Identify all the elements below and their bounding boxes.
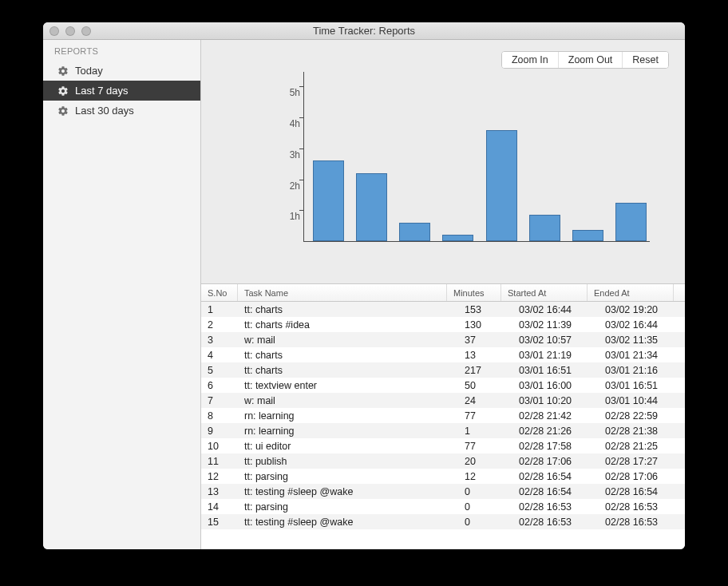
table-row[interactable]: 11tt: publish2002/28 17:0602/28 17:27 [201, 453, 685, 469]
chart-bar[interactable] [399, 223, 430, 241]
cell-start: 02/28 16:53 [512, 517, 599, 528]
table-row[interactable]: 12tt: parsing1202/28 16:5402/28 17:06 [201, 469, 685, 484]
cell-end: 02/28 22:59 [599, 410, 685, 422]
table-row[interactable]: 13tt: testing #sleep @wake002/28 16:5402… [201, 484, 685, 499]
y-tick [299, 86, 303, 87]
col-task[interactable]: Task Name [238, 284, 447, 301]
sidebar-item-label: Last 30 days [75, 105, 134, 117]
cell-minutes: 217 [458, 365, 512, 376]
table-row[interactable]: 6tt: textview enter5003/01 16:0003/01 16… [201, 378, 685, 393]
cell-task: rn: learning [238, 410, 458, 422]
cell-start: 03/01 16:51 [512, 365, 599, 376]
cell-sno: 4 [201, 350, 238, 361]
cell-end: 02/28 17:06 [599, 471, 685, 482]
cell-start: 02/28 21:26 [512, 426, 599, 437]
chart-bar[interactable] [529, 215, 560, 241]
cell-minutes: 0 [458, 501, 512, 513]
cell-minutes: 1 [458, 426, 512, 437]
cell-minutes: 50 [458, 380, 512, 391]
table-row[interactable]: 4tt: charts1303/01 21:1903/01 21:34 [201, 347, 685, 362]
cell-minutes: 20 [458, 456, 512, 467]
sidebar-item-today[interactable]: Today [43, 61, 200, 81]
cell-minutes: 130 [458, 319, 512, 331]
cell-start: 02/28 17:06 [512, 456, 599, 467]
cell-end: 02/28 16:54 [599, 486, 685, 497]
cell-sno: 13 [201, 486, 238, 497]
col-min[interactable]: Minutes [447, 284, 501, 301]
cell-sno: 15 [201, 517, 238, 528]
cell-sno: 1 [201, 304, 238, 315]
table-row[interactable]: 7w: mail2403/01 10:2003/01 10:44 [201, 393, 685, 408]
cell-start: 03/01 16:00 [512, 380, 599, 391]
cell-end: 02/28 21:25 [599, 441, 685, 452]
cell-end: 02/28 16:53 [599, 501, 685, 513]
x-axis [303, 241, 650, 242]
cell-sno: 2 [201, 319, 238, 331]
chart-pane: Zoom In Zoom Out Reset 1h2h3h4h5h [201, 40, 685, 283]
cell-task: tt: publish [238, 456, 458, 467]
cell-start: 03/02 11:39 [512, 319, 599, 331]
chart-bar[interactable] [313, 160, 344, 241]
cell-end: 03/01 21:34 [599, 350, 685, 361]
table-row[interactable]: 1tt: charts15303/02 16:4403/02 19:20 [201, 302, 685, 317]
y-tick-label: 1h [290, 211, 300, 222]
col-sno[interactable]: S.No [201, 284, 238, 301]
cell-task: tt: charts [238, 350, 458, 361]
cell-task: tt: parsing [238, 471, 458, 482]
reset-button[interactable]: Reset [622, 52, 668, 68]
cell-start: 02/28 16:53 [512, 501, 599, 513]
table-row[interactable]: 9rn: learning102/28 21:2602/28 21:38 [201, 423, 685, 438]
table-row[interactable]: 3w: mail3703/02 10:5703/02 11:35 [201, 332, 685, 347]
cell-task: rn: learning [238, 426, 458, 437]
col-end[interactable]: Ended At [588, 284, 674, 301]
chart-bar[interactable] [615, 203, 647, 241]
sidebar-item-last-7-days[interactable]: Last 7 days [43, 81, 200, 101]
table-body[interactable]: 1tt: charts15303/02 16:4403/02 19:202tt:… [201, 302, 685, 549]
cell-task: tt: textview enter [238, 380, 458, 391]
cell-sno: 3 [201, 335, 238, 346]
cell-end: 03/01 21:16 [599, 365, 685, 376]
sidebar-item-label: Last 7 days [75, 85, 129, 97]
cell-task: tt: testing #sleep @wake [238, 517, 458, 528]
cell-minutes: 37 [458, 335, 512, 346]
main-pane: Zoom In Zoom Out Reset 1h2h3h4h5h S.No T… [201, 40, 685, 549]
zoom-out-button[interactable]: Zoom Out [558, 52, 623, 68]
zoom-in-button[interactable]: Zoom In [502, 52, 558, 68]
chart-bar[interactable] [442, 235, 473, 241]
zoom-button-group: Zoom In Zoom Out Reset [501, 51, 669, 69]
cell-sno: 12 [201, 471, 238, 482]
cell-start: 02/28 17:58 [512, 441, 599, 452]
y-tick-label: 5h [290, 87, 300, 98]
cell-sno: 10 [201, 441, 238, 452]
col-start[interactable]: Started At [501, 284, 588, 301]
table-row[interactable]: 10tt: ui editor7702/28 17:5802/28 21:25 [201, 438, 685, 453]
table-row[interactable]: 15tt: testing #sleep @wake002/28 16:5302… [201, 514, 685, 529]
cell-task: w: mail [238, 335, 458, 346]
cell-start: 02/28 16:54 [512, 486, 599, 497]
cell-start: 02/28 21:42 [512, 410, 599, 422]
table-row[interactable]: 8rn: learning7702/28 21:4202/28 22:59 [201, 408, 685, 423]
cell-end: 03/01 16:51 [599, 380, 685, 391]
cell-task: tt: ui editor [238, 441, 458, 452]
cell-start: 03/01 10:20 [512, 395, 599, 406]
chart-plot[interactable]: 1h2h3h4h5h [239, 72, 650, 242]
cell-minutes: 12 [458, 471, 512, 482]
cell-sno: 14 [201, 501, 238, 513]
chart-bar[interactable] [572, 230, 603, 241]
cell-minutes: 0 [458, 486, 512, 497]
cell-sno: 9 [201, 426, 238, 437]
table-row[interactable]: 5tt: charts21703/01 16:5103/01 21:16 [201, 362, 685, 378]
titlebar: Time Tracker: Reports [43, 22, 685, 40]
y-tick-label: 2h [290, 180, 300, 192]
cell-sno: 5 [201, 365, 238, 376]
sidebar-header: REPORTS [43, 40, 200, 61]
cell-minutes: 24 [458, 395, 512, 406]
cell-end: 03/02 19:20 [599, 304, 685, 315]
gear-icon [57, 105, 69, 117]
chart-bar[interactable] [486, 130, 517, 241]
sidebar-item-last-30-days[interactable]: Last 30 days [43, 101, 200, 121]
table-row[interactable]: 14tt: parsing002/28 16:5302/28 16:53 [201, 499, 685, 514]
cell-task: tt: charts [238, 304, 458, 315]
chart-bar[interactable] [356, 173, 387, 241]
table-row[interactable]: 2tt: charts #idea13003/02 11:3903/02 16:… [201, 317, 685, 332]
